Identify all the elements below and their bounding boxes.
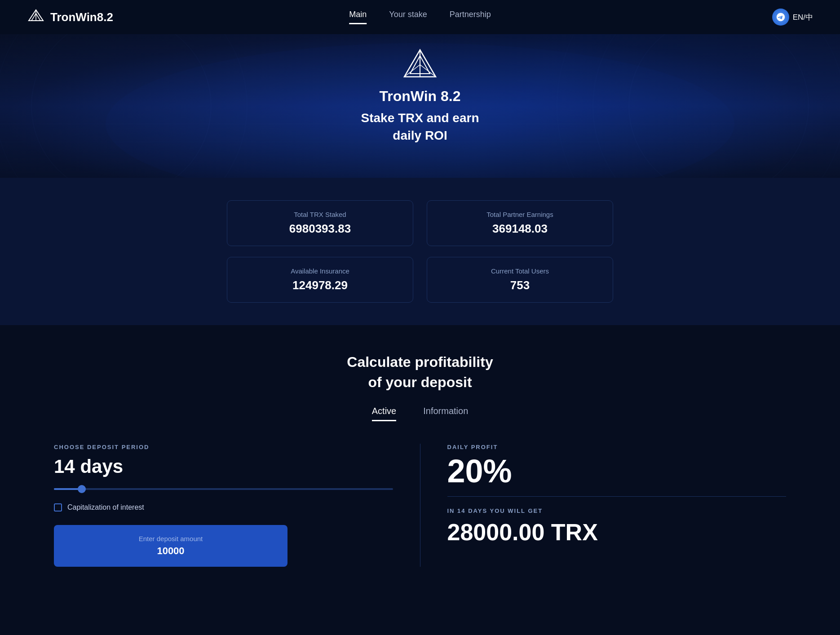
nav-item-main[interactable]: Main	[349, 10, 367, 24]
capitalization-label: Capitalization of interest	[67, 503, 144, 512]
deposit-right-panel: DAILY PROFIT 20% in 14 DAYS YOU WILL GET…	[420, 444, 813, 567]
hero-title: TronWin 8.2	[379, 88, 460, 105]
stat-card-users: Current Total Users 753	[427, 257, 613, 303]
hero-banner: TronWin 8.2 Stake TRX and earn daily ROI	[0, 34, 840, 178]
calculator-tabs: Active Information	[372, 406, 469, 421]
will-get-label: in 14 DAYS YOU WILL GET	[447, 507, 787, 514]
main-nav: Main Your stake Partnership	[349, 10, 491, 24]
slider-thumb[interactable]	[78, 485, 86, 493]
deposit-left-panel: CHOOSE DEPOSIT PERIOD 14 days Capitaliza…	[27, 444, 420, 567]
calc-title-line1: Calculate profitability	[347, 354, 493, 370]
stat-value-insurance: 124978.29	[241, 278, 399, 292]
tab-active[interactable]: Active	[372, 406, 396, 421]
stat-label-users: Current Total Users	[441, 267, 599, 275]
deposit-period-label: CHOOSE DEPOSIT PERIOD	[54, 444, 393, 450]
deposit-amount-button[interactable]: Enter deposit amount 10000	[54, 525, 287, 567]
daily-profit-label: DAILY PROFIT	[447, 444, 787, 450]
period-slider[interactable]	[54, 488, 393, 490]
tab-information[interactable]: Information	[423, 406, 468, 421]
hero-subtitle: Stake TRX and earn daily ROI	[361, 109, 479, 144]
telegram-svg	[776, 12, 786, 22]
daily-profit-value: 20%	[447, 455, 787, 487]
stat-label-partner-earnings: Total Partner Earnings	[441, 211, 599, 218]
logo-text: TronWin8.2	[50, 10, 113, 24]
calculator-title: Calculate profitability of your deposit	[347, 352, 493, 392]
stats-section: Total TRX Staked 6980393.83 Total Partne…	[0, 178, 840, 325]
svg-line-14	[404, 65, 420, 77]
nav-item-your-stake[interactable]: Your stake	[389, 10, 427, 24]
capitalization-row: Capitalization of interest	[54, 503, 393, 512]
stat-value-users: 753	[441, 278, 599, 292]
hero-content: TronWin 8.2 Stake TRX and earn daily ROI	[0, 34, 840, 144]
stat-value-total-trx: 6980393.83	[241, 222, 399, 236]
lang-text[interactable]: EN/中	[793, 12, 813, 22]
stat-card-total-trx: Total TRX Staked 6980393.83	[227, 200, 413, 246]
calc-title-line2: of your deposit	[368, 374, 472, 390]
header: TronWin8.2 Main Your stake Partnership E…	[0, 0, 840, 34]
stat-card-partner-earnings: Total Partner Earnings 369148.03	[427, 200, 613, 246]
stats-row-top: Total TRX Staked 6980393.83 Total Partne…	[227, 200, 613, 246]
slider-track	[54, 488, 393, 490]
language-button[interactable]: EN/中	[772, 9, 813, 26]
deposit-calculator: CHOOSE DEPOSIT PERIOD 14 days Capitaliza…	[0, 444, 840, 567]
divider	[447, 496, 787, 497]
hero-subtitle-line1: Stake TRX and earn	[361, 111, 479, 125]
stat-card-insurance: Available Insurance 124978.29	[227, 257, 413, 303]
svg-line-15	[420, 65, 436, 77]
stat-label-total-trx: Total TRX Staked	[241, 211, 399, 218]
capitalization-checkbox[interactable]	[54, 503, 62, 512]
nav-item-partnership[interactable]: Partnership	[450, 10, 491, 24]
calculator-section: Calculate profitability of your deposit …	[0, 325, 840, 567]
logo-area: TronWin8.2	[27, 8, 113, 26]
stats-row-bottom: Available Insurance 124978.29 Current To…	[227, 257, 613, 303]
deposit-input-value: 10000	[67, 545, 274, 557]
will-get-value: 28000.00 TRX	[447, 519, 787, 546]
hero-subtitle-line2: daily ROI	[393, 128, 447, 142]
days-value: 14 days	[54, 456, 393, 477]
stat-label-insurance: Available Insurance	[241, 267, 399, 275]
slider-fill	[54, 488, 81, 490]
tronwin-logo-icon	[27, 8, 45, 26]
hero-tron-icon	[402, 48, 438, 84]
stat-value-partner-earnings: 369148.03	[441, 222, 599, 236]
deposit-input-label: Enter deposit amount	[67, 535, 274, 542]
telegram-icon	[772, 9, 789, 26]
